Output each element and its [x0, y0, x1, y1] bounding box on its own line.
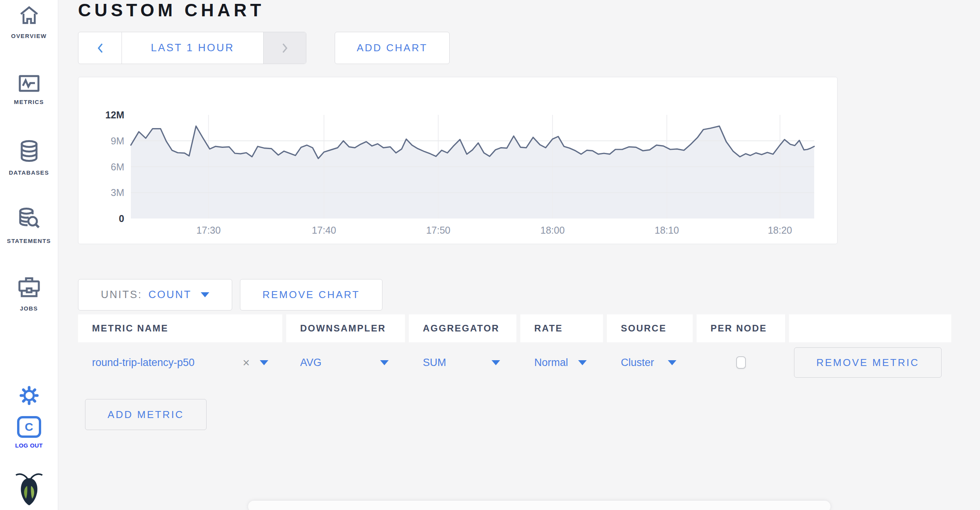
sidebar-item-statements[interactable]: STATEMENTS: [0, 207, 58, 244]
metrics-icon: [18, 75, 40, 92]
metric-name-select[interactable]: round-trip-latency-p50 ×: [78, 342, 282, 383]
rate-select[interactable]: Normal: [520, 342, 603, 383]
x-axis-tick-label: 18:10: [639, 225, 694, 236]
time-next-button[interactable]: [263, 32, 306, 64]
column-header-source: SOURCE: [607, 314, 693, 342]
column-header-actions: [789, 314, 951, 342]
downsampler-select[interactable]: AVG: [286, 342, 405, 383]
sidebar-item-metrics[interactable]: METRICS: [0, 75, 58, 105]
sidebar-item-label: METRICS: [14, 99, 44, 105]
y-axis-tick-label: 3M: [78, 187, 124, 198]
column-header-metric-name: METRIC NAME: [78, 314, 282, 342]
aggregator-select[interactable]: SUM: [409, 342, 516, 383]
caret-down-icon: [668, 360, 676, 365]
caret-down-icon: [201, 292, 209, 297]
line-chart: 12M9M6M3M017:3017:4017:5018:0018:1018:20: [78, 77, 837, 244]
units-label: UNITS:: [101, 289, 142, 301]
chart-card: 12M9M6M3M017:3017:4017:5018:0018:1018:20: [78, 77, 838, 244]
column-header-downsampler: DOWNSAMPLER: [286, 314, 405, 342]
x-axis-tick-label: 17:50: [411, 225, 466, 236]
x-axis-tick-label: 18:00: [525, 225, 580, 236]
column-header-rate: RATE: [520, 314, 603, 342]
row-actions-cell: REMOVE METRIC: [789, 342, 951, 383]
remove-metric-button[interactable]: REMOVE METRIC: [794, 347, 942, 378]
y-axis-tick-label: 9M: [78, 135, 124, 146]
logout-label: LOG OUT: [15, 442, 43, 449]
metrics-table-header: METRIC NAME DOWNSAMPLER AGGREGATOR RATE …: [78, 314, 951, 342]
statements-icon: [17, 207, 41, 231]
caret-down-icon[interactable]: [260, 360, 268, 365]
gear-icon: [19, 385, 40, 406]
remove-chart-button[interactable]: REMOVE CHART: [240, 279, 382, 311]
units-dropdown[interactable]: UNITS: COUNT: [78, 279, 232, 311]
sidebar-item-label: STATEMENTS: [7, 238, 51, 244]
downsampler-value: AVG: [300, 357, 321, 369]
series-area: [131, 126, 814, 219]
settings-button[interactable]: [0, 385, 58, 406]
app-root: OVERVIEW METRICS DATABASES: [0, 0, 980, 510]
horizontal-scrollbar[interactable]: [248, 501, 831, 510]
y-axis-tick-label: 12M: [78, 109, 124, 120]
units-value: COUNT: [148, 289, 191, 301]
page-title: CUSTOM CHART: [78, 1, 980, 19]
chart-controls-row: UNITS: COUNT REMOVE CHART: [78, 279, 980, 311]
time-prev-button[interactable]: [78, 32, 122, 64]
caret-down-icon: [578, 360, 587, 365]
sidebar-item-label: DATABASES: [9, 169, 49, 176]
main-content: CUSTOM CHART LAST 1 HOUR ADD CHART 12M9M…: [58, 0, 980, 510]
source-value: Cluster: [621, 357, 654, 369]
x-axis-tick-label: 17:40: [297, 225, 351, 236]
x-axis-tick-label: 17:30: [181, 225, 236, 236]
sidebar: OVERVIEW METRICS DATABASES: [0, 0, 58, 510]
database-icon: [18, 140, 40, 163]
y-axis-tick-label: 0: [78, 213, 124, 224]
cockroachdb-logo[interactable]: [0, 472, 58, 506]
add-metric-button[interactable]: ADD METRIC: [85, 399, 207, 430]
toolbar: LAST 1 HOUR ADD CHART: [78, 32, 980, 64]
per-node-checkbox[interactable]: [736, 356, 746, 369]
source-select[interactable]: Cluster: [607, 342, 693, 383]
logout-button[interactable]: C LOG OUT: [0, 416, 58, 449]
cockroach-c-icon: C: [17, 416, 41, 438]
chevron-right-icon: [281, 42, 288, 54]
add-chart-button[interactable]: ADD CHART: [335, 32, 450, 64]
briefcase-icon: [17, 276, 41, 299]
caret-down-icon: [492, 360, 500, 365]
time-range-dropdown[interactable]: LAST 1 HOUR: [122, 32, 263, 64]
cockroachdb-bug-icon: [14, 472, 44, 506]
clear-metric-icon[interactable]: ×: [243, 357, 250, 369]
time-range-selector: LAST 1 HOUR: [78, 32, 306, 64]
rate-value: Normal: [534, 357, 568, 369]
table-row: round-trip-latency-p50 × AVG SUM Normal: [78, 342, 951, 383]
sidebar-item-databases[interactable]: DATABASES: [0, 140, 58, 176]
column-header-per-node: PER NODE: [697, 314, 785, 342]
sidebar-item-jobs[interactable]: JOBS: [0, 276, 58, 312]
caret-down-icon: [380, 360, 389, 365]
metric-name-value: round-trip-latency-p50: [92, 357, 195, 369]
sidebar-item-overview[interactable]: OVERVIEW: [0, 5, 58, 39]
metrics-table: METRIC NAME DOWNSAMPLER AGGREGATOR RATE …: [78, 314, 951, 383]
x-axis-tick-label: 18:20: [753, 225, 807, 236]
y-axis-tick-label: 6M: [78, 161, 124, 172]
home-icon: [18, 5, 40, 26]
aggregator-value: SUM: [423, 357, 446, 369]
per-node-cell: [697, 342, 785, 383]
sidebar-item-label: OVERVIEW: [11, 33, 47, 39]
column-header-aggregator: AGGREGATOR: [409, 314, 516, 342]
chevron-left-icon: [97, 42, 104, 54]
chart-plot: [131, 115, 814, 219]
sidebar-item-label: JOBS: [20, 305, 38, 312]
